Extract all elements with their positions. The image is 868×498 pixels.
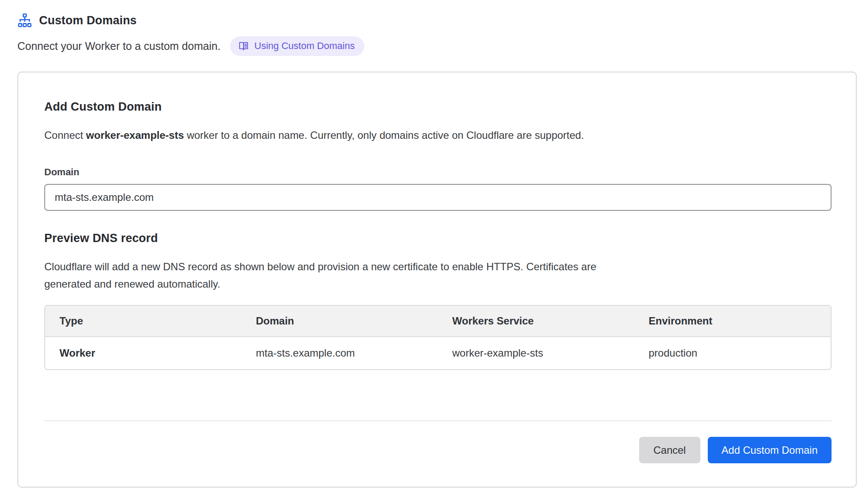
add-custom-domain-card: Add Custom Domain Connect worker-example… — [17, 72, 857, 488]
docs-badge-label: Using Custom Domains — [254, 41, 355, 51]
preview-desc-line1: Cloudflare will add a new DNS record as … — [44, 258, 830, 275]
card-intro: Connect worker-example-sts worker to a d… — [44, 129, 830, 141]
dns-preview-table: Type Domain Workers Service Environment … — [44, 305, 832, 370]
sitemap-icon — [17, 13, 32, 28]
intro-suffix: worker to a domain name. Currently, only… — [184, 129, 584, 141]
cell-workers-service: worker-example-sts — [438, 337, 634, 369]
preview-dns-description: Cloudflare will add a new DNS record as … — [44, 258, 830, 293]
page-subtitle-row: Connect your Worker to a custom domain. … — [17, 36, 857, 56]
page-header: Custom Domains — [17, 13, 857, 28]
cancel-button[interactable]: Cancel — [639, 437, 700, 463]
open-book-icon — [238, 40, 249, 52]
domain-input[interactable] — [44, 184, 832, 211]
preview-dns-heading: Preview DNS record — [44, 232, 830, 245]
column-header-environment: Environment — [634, 306, 831, 337]
cell-environment: production — [634, 337, 831, 369]
table-row: Worker mta-sts.example.com worker-exampl… — [45, 337, 831, 369]
cell-type: Worker — [45, 337, 241, 369]
page-title: Custom Domains — [39, 14, 137, 27]
column-header-workers-service: Workers Service — [438, 306, 634, 337]
add-custom-domain-button[interactable]: Add Custom Domain — [708, 437, 832, 463]
worker-name: worker-example-sts — [86, 129, 184, 141]
domain-field-label: Domain — [44, 167, 830, 178]
card-heading: Add Custom Domain — [44, 100, 830, 114]
cell-domain: mta-sts.example.com — [241, 337, 438, 369]
column-header-domain: Domain — [241, 306, 438, 337]
page-subtitle: Connect your Worker to a custom domain. — [17, 40, 221, 52]
footer-divider — [44, 420, 832, 421]
preview-desc-line2: generated and renewed automatically. — [44, 275, 830, 293]
using-custom-domains-docs-link[interactable]: Using Custom Domains — [230, 36, 364, 56]
footer-actions: Cancel Add Custom Domain — [44, 437, 832, 463]
column-header-type: Type — [45, 306, 241, 337]
table-header-row: Type Domain Workers Service Environment — [45, 306, 831, 337]
intro-prefix: Connect — [44, 129, 86, 141]
custom-domains-page: Custom Domains Connect your Worker to a … — [0, 0, 868, 488]
